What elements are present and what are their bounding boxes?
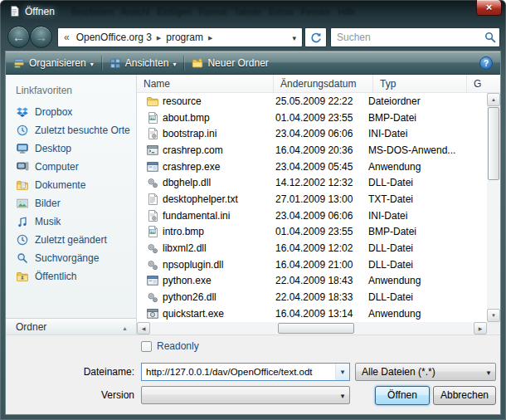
cancel-button[interactable]: Abbrechen xyxy=(433,386,496,405)
vertical-scrollbar[interactable] xyxy=(487,93,500,322)
scroll-down-button[interactable] xyxy=(487,309,500,322)
file-row[interactable]: resource25.05.2009 22:22Dateiordner xyxy=(137,93,487,110)
file-row[interactable]: crashrep.com16.04.2009 20:36MS-DOS-Anwen… xyxy=(137,142,487,159)
filename-dropdown-icon[interactable] xyxy=(335,364,349,380)
background-window-menubar: BearbeitenAnsichtEinfügenFormatTabelleEx… xyxy=(71,7,356,17)
file-row[interactable]: python.exe22.04.2009 18:43Anwendung xyxy=(137,273,487,290)
file-name: resource xyxy=(159,95,270,107)
address-dropdown-icon[interactable] xyxy=(286,32,302,43)
sidebar-item-label: Bilder xyxy=(35,198,61,209)
breadcrumb[interactable]: « OpenOffice.org 3 program xyxy=(57,27,303,47)
file-list: Name Änderungsdatum Typ G resource25.05.… xyxy=(137,75,500,335)
file-row[interactable]: fundamental.ini23.04.2009 06:06INI-Datei xyxy=(137,208,487,224)
file-row[interactable]: about.bmp01.04.2009 23:55BMP-Datei xyxy=(137,110,487,126)
filetype-combobox[interactable]: Alle Dateien (*.*) xyxy=(355,363,496,381)
com-file-icon xyxy=(146,144,159,157)
file-row[interactable]: bootstrap.ini23.04.2009 06:06INI-Datei xyxy=(137,125,487,142)
close-button[interactable] xyxy=(476,0,502,16)
folders-label: Ordner xyxy=(6,321,46,333)
search-icon[interactable] xyxy=(481,31,499,44)
scroll-left-button[interactable] xyxy=(137,322,150,335)
file-type: TXT-Datei xyxy=(365,193,413,205)
pictures-icon xyxy=(16,197,29,210)
views-button[interactable]: Ansichten xyxy=(102,51,184,74)
file-row[interactable]: desktophelper.txt27.01.2009 13:00TXT-Dat… xyxy=(137,191,487,208)
file-row[interactable]: python26.dll22.04.2009 18:33DLL-Datei xyxy=(137,289,487,305)
column-header-size[interactable]: G xyxy=(467,75,487,92)
organize-button[interactable]: Organisieren xyxy=(6,51,101,74)
horizontal-scroll-thumb[interactable] xyxy=(278,323,354,334)
column-header-type[interactable]: Typ xyxy=(373,75,467,92)
folders-expander[interactable]: Ordner xyxy=(6,318,136,335)
search-input[interactable] xyxy=(331,31,481,44)
file-name: desktophelper.txt xyxy=(159,193,270,205)
file-type: INI-Datei xyxy=(365,128,407,139)
file-name: python26.dll xyxy=(159,291,270,303)
new-folder-button[interactable]: Neuer Ordner xyxy=(184,51,275,74)
file-row[interactable]: quickstart.exe16.04.2009 13:14Anwendung xyxy=(137,305,487,322)
breadcrumb-crumb[interactable]: OpenOffice.org 3 xyxy=(73,32,155,43)
chevron-down-icon xyxy=(90,57,94,69)
breadcrumb-separator-icon[interactable] xyxy=(207,32,214,43)
version-label: Version xyxy=(6,389,134,401)
sidebar-item-label: Öffentlich xyxy=(35,271,76,282)
window-title: Öffnen xyxy=(25,6,55,17)
file-name: bootstrap.ini xyxy=(159,128,270,139)
file-date: 16.04.2009 20:36 xyxy=(270,144,365,156)
sidebar-item-documents[interactable]: Dokumente xyxy=(6,176,136,194)
document-icon xyxy=(8,5,21,17)
sidebar-item-public[interactable]: Öffentlich xyxy=(6,267,136,286)
titlebar[interactable]: Öffnen BearbeitenAnsichtEinfügenFormatTa… xyxy=(0,0,506,23)
public-icon xyxy=(16,270,29,283)
refresh-button[interactable] xyxy=(304,27,327,47)
file-type: MS-DOS-Anwend... xyxy=(365,144,455,156)
column-header-date[interactable]: Änderungsdatum xyxy=(274,75,373,92)
search-box[interactable] xyxy=(330,27,500,47)
sidebar-item-pictures[interactable]: Bilder xyxy=(6,194,136,212)
recent-places-icon xyxy=(16,124,29,137)
forward-button[interactable] xyxy=(30,26,52,48)
file-type: DLL-Datei xyxy=(365,259,413,271)
scroll-up-button[interactable] xyxy=(487,93,500,106)
sidebar-item-label: Zuletzt besuchte Orte xyxy=(35,125,130,136)
ini-file-icon xyxy=(146,127,159,140)
help-button[interactable] xyxy=(479,56,493,70)
sidebar-item-recent-places[interactable]: Zuletzt besuchte Orte xyxy=(6,121,136,139)
breadcrumb-crumb[interactable]: program xyxy=(163,32,207,43)
breadcrumb-overflow-chevron[interactable]: « xyxy=(58,32,73,43)
scroll-right-button[interactable] xyxy=(474,322,487,335)
back-button[interactable] xyxy=(7,26,30,48)
horizontal-scrollbar[interactable] xyxy=(137,322,487,335)
exe2-file-icon xyxy=(146,307,159,320)
sidebar-item-dropbox[interactable]: Dropbox xyxy=(6,103,136,121)
exe-file-icon xyxy=(146,274,159,287)
sidebar-item-desktop[interactable]: Desktop xyxy=(6,139,136,158)
file-name: crashrep.com xyxy=(159,144,270,156)
sidebar-item-computer[interactable]: Computer xyxy=(6,158,136,176)
vertical-scroll-thumb[interactable] xyxy=(488,107,499,180)
filename-input[interactable] xyxy=(142,366,335,378)
file-row[interactable]: intro.bmp01.04.2009 23:55BMP-Datei xyxy=(137,224,487,241)
file-row[interactable]: npsoplugin.dll16.04.2009 21:00DLL-Datei xyxy=(137,256,487,273)
sidebar-item-searches[interactable]: Suchvorgänge xyxy=(6,249,136,267)
file-type: BMP-Datei xyxy=(365,226,416,237)
file-name: libxml2.dll xyxy=(159,242,270,254)
open-button[interactable]: Öffnen xyxy=(375,386,430,405)
favorites-sidebar: Linkfavoriten DropboxZuletzt besuchte Or… xyxy=(6,75,137,335)
file-date: 22.04.2009 18:33 xyxy=(270,291,365,303)
filename-combobox[interactable] xyxy=(141,363,350,381)
column-header-name[interactable]: Name xyxy=(137,75,274,92)
background-menu-item: Extras xyxy=(269,7,294,17)
sidebar-item-recent-changes[interactable]: Zuletzt geändert xyxy=(6,231,136,249)
sidebar-item-music[interactable]: Musik xyxy=(6,212,136,231)
file-row[interactable]: libxml2.dll16.04.2009 12:02DLL-Datei xyxy=(137,240,487,256)
file-row[interactable]: crashrep.exe23.04.2009 05:45Anwendung xyxy=(137,159,487,175)
organize-icon xyxy=(13,57,25,69)
breadcrumb-separator-icon[interactable] xyxy=(155,32,163,43)
scrollbar-corner xyxy=(487,322,500,335)
readonly-checkbox[interactable] xyxy=(141,341,152,352)
file-row[interactable]: dbghelp.dll14.12.2002 12:32DLL-Datei xyxy=(137,174,487,191)
bmp-file-icon xyxy=(146,225,159,238)
version-combobox[interactable] xyxy=(141,386,350,404)
recent-changes-icon xyxy=(16,233,29,247)
